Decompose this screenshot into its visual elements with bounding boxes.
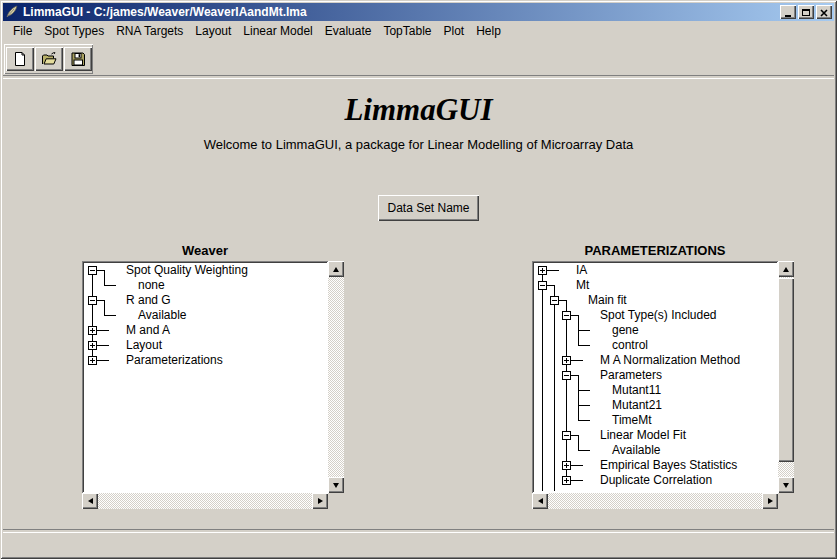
tree-node-label[interactable]: Main fit (588, 293, 627, 308)
tree-connector-line (554, 323, 555, 338)
tree-collapse-toggle-icon[interactable] (562, 311, 571, 320)
tree-connector-line (542, 488, 543, 491)
toolbar-open-button[interactable] (35, 47, 63, 71)
scroll-left-button[interactable] (532, 493, 548, 509)
tree-collapse-toggle-icon[interactable] (88, 296, 97, 305)
menu-item-plot[interactable]: Plot (437, 21, 470, 41)
tree-expand-toggle-icon[interactable] (538, 266, 547, 275)
tree-row: Available (534, 443, 776, 458)
tree-node-label[interactable]: Available (612, 443, 660, 458)
tree-node-label[interactable]: Spot Type(s) Included (600, 308, 717, 323)
tree-node-label[interactable]: Layout (126, 338, 162, 353)
tree-expand-toggle-icon[interactable] (88, 326, 97, 335)
toolbar-new-button[interactable] (6, 47, 34, 71)
scroll-down-button[interactable] (778, 477, 794, 493)
tree-connector-line (554, 383, 555, 398)
parameterizations-tree-title: PARAMETERIZATIONS (532, 243, 778, 259)
scroll-right-button[interactable] (762, 493, 778, 509)
tree-node-label[interactable]: Mutant21 (612, 398, 662, 413)
tree-connector-line (542, 413, 543, 428)
tree-node-label[interactable]: M and A (126, 323, 170, 338)
tree-node-label[interactable]: IA (576, 263, 587, 278)
horizontal-scrollbar[interactable] (82, 493, 328, 509)
parameterizations-tree-view[interactable]: IAMtMain fitSpot Type(s) Includedgenecon… (532, 261, 778, 493)
tree-collapse-toggle-icon[interactable] (562, 371, 571, 380)
tree-expand-toggle-icon[interactable] (562, 461, 571, 470)
tree-node-label[interactable]: Mt (576, 278, 589, 293)
tree-node-label[interactable]: Linear Model Fit (600, 428, 686, 443)
tree-row: Mutant21 (534, 398, 776, 413)
tree-node-label[interactable]: Parameters (600, 368, 662, 383)
tree-expand-toggle-icon[interactable] (562, 356, 571, 365)
tree-node-label[interactable]: R and G (126, 293, 171, 308)
vertical-scrollbar-trough[interactable] (328, 277, 344, 477)
tree-row: IA (534, 263, 776, 278)
open-folder-icon (41, 51, 57, 67)
tree-node-label[interactable]: Available (138, 308, 186, 323)
scroll-right-button[interactable] (312, 493, 328, 509)
vertical-scrollbar-thumb[interactable] (778, 278, 794, 462)
tree-expand-toggle-icon[interactable] (88, 341, 97, 350)
tree-node-label[interactable]: Empirical Bayes Statistics (600, 458, 737, 473)
vertical-scrollbar[interactable] (328, 261, 344, 493)
menu-item-evaluate[interactable]: Evaluate (319, 21, 378, 41)
toolbar-save-button[interactable] (64, 47, 92, 71)
tree-connector-line (554, 308, 555, 323)
tree-node-label[interactable]: M A Normalization Method (600, 353, 740, 368)
menu-item-linear-model[interactable]: Linear Model (237, 21, 318, 41)
close-button[interactable] (816, 5, 832, 19)
bottom-separator (3, 529, 834, 533)
new-file-icon (12, 51, 28, 67)
data-set-name-button[interactable]: Data Set Name (378, 195, 479, 221)
arrow-left-icon (538, 498, 543, 504)
scroll-up-button[interactable] (778, 261, 794, 277)
tree-node-label[interactable]: Spot Quality Weighting (126, 263, 248, 278)
tree-collapse-toggle-icon[interactable] (550, 296, 559, 305)
tree-node-label[interactable]: TimeMt (612, 413, 652, 428)
tree-row: Spot Type(s) Included (534, 308, 776, 323)
menu-item-toptable[interactable]: TopTable (377, 21, 437, 41)
scroll-up-button[interactable] (328, 261, 344, 277)
tree-expand-toggle-icon[interactable] (88, 356, 97, 365)
menu-item-help[interactable]: Help (470, 21, 507, 41)
menu-item-spot-types[interactable]: Spot Types (38, 21, 110, 41)
tree-connector-line (554, 285, 555, 293)
menu-item-rna-targets[interactable]: RNA Targets (110, 21, 189, 41)
tree-node-label[interactable]: control (612, 338, 648, 353)
arrow-right-icon (768, 498, 773, 504)
tree-collapse-toggle-icon[interactable] (562, 431, 571, 440)
tree-row: Parameterizations (84, 353, 326, 368)
tree-node-label[interactable]: Duplicate Correlation (600, 473, 712, 488)
tree-collapse-toggle-icon[interactable] (538, 281, 547, 290)
tree-connector-line (554, 473, 555, 488)
menu-item-file[interactable]: File (7, 21, 38, 41)
tree-row: TimeMt (534, 413, 776, 428)
horizontal-scrollbar[interactable] (532, 493, 778, 509)
tree-row: control (534, 338, 776, 353)
minimize-button[interactable] (780, 5, 796, 19)
scroll-left-button[interactable] (82, 493, 98, 509)
horizontal-scrollbar-trough[interactable] (548, 493, 762, 509)
scrollbar-corner (778, 493, 794, 509)
tree-node-label[interactable]: none (138, 278, 165, 293)
weaver-tree-view[interactable]: Spot Quality WeightingnoneR and GAvailab… (82, 261, 328, 493)
tree-node-label[interactable]: Parameterizations (126, 353, 223, 368)
horizontal-scrollbar-trough[interactable] (98, 493, 312, 509)
tree-connector-line (566, 323, 567, 338)
tree-connector-line (97, 330, 109, 331)
titlebar[interactable]: LimmaGUI - C:/james/Weaver/WeaverIAandMt… (3, 3, 834, 21)
tree-connector-line (571, 435, 578, 436)
tree-connector-line (571, 375, 578, 376)
menu-item-layout[interactable]: Layout (189, 21, 237, 41)
tree-row: Main fit (534, 293, 776, 308)
tree-row (534, 488, 776, 491)
vertical-scrollbar[interactable] (778, 261, 794, 493)
tree-collapse-toggle-icon[interactable] (88, 266, 97, 275)
scroll-down-button[interactable] (328, 477, 344, 493)
tree-connector-line (566, 413, 567, 428)
arrow-down-icon (783, 483, 789, 488)
tree-node-label[interactable]: gene (612, 323, 639, 338)
maximize-button[interactable] (798, 5, 814, 19)
tree-expand-toggle-icon[interactable] (562, 476, 571, 485)
tree-node-label[interactable]: Mutant11 (612, 383, 661, 398)
